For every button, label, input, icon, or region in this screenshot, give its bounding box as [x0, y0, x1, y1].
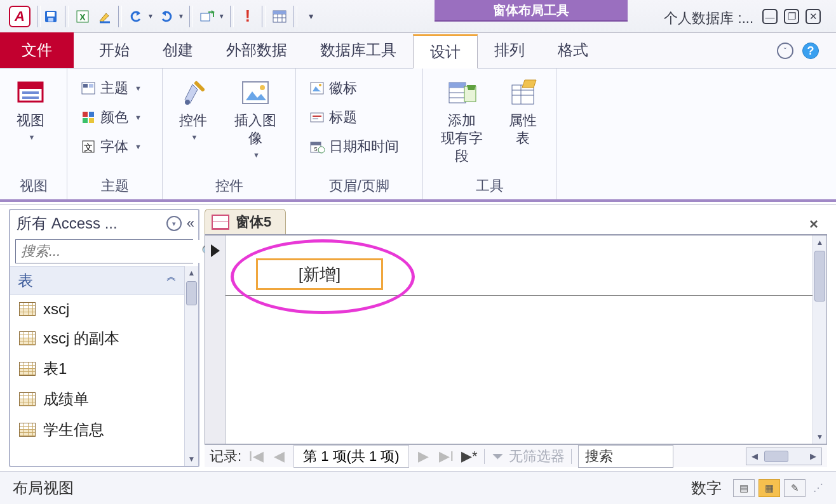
nav-search-input[interactable] — [16, 240, 201, 263]
nav-dropdown-icon[interactable]: ▾ — [166, 216, 182, 231]
undo-icon[interactable] — [127, 8, 145, 25]
qat-customize-icon[interactable]: ▼ — [302, 8, 320, 25]
sync-dropdown[interactable]: ▼ — [219, 13, 225, 20]
doc-tab-label: 窗体5 — [236, 213, 271, 232]
status-bar: 布局视图 数字 ▤ ▦ ✎ ⋰ — [0, 471, 836, 504]
svg-rect-16 — [273, 11, 286, 14]
svg-rect-48 — [449, 83, 466, 88]
nav-group-tables[interactable]: 表︽ — [10, 266, 184, 295]
nav-header[interactable]: 所有 Access ... ▾ « — [10, 210, 198, 237]
table-icon[interactable] — [271, 8, 288, 25]
app-button[interactable]: A — [9, 6, 30, 27]
horizontal-scrollbar[interactable]: ◀ ▶ — [746, 448, 822, 465]
record-search[interactable]: 搜索 — [578, 445, 673, 468]
new-record-field[interactable]: [新增] — [256, 258, 383, 290]
svg-rect-22 — [83, 84, 88, 88]
add-fields-button[interactable]: 添加 现有字段 — [433, 75, 491, 168]
fonts-button[interactable]: 文字体▼ — [78, 136, 144, 157]
save-icon[interactable] — [42, 8, 60, 25]
title-button[interactable]: 标题 — [306, 107, 360, 128]
scroll-up-icon[interactable]: ▲ — [185, 266, 198, 280]
redo-icon[interactable] — [158, 8, 175, 25]
sync-icon[interactable] — [198, 8, 216, 25]
database-title: 个人数据库 :... — [664, 9, 753, 28]
group-label-controls: 控件 — [163, 174, 295, 199]
excel-icon[interactable]: X — [74, 8, 91, 25]
svg-point-33 — [260, 85, 265, 90]
view-button[interactable]: 视图 ▼ — [10, 75, 51, 143]
nav-collapse-icon[interactable]: « — [187, 215, 192, 232]
scroll-down-icon[interactable]: ▼ — [185, 452, 198, 466]
restore-button[interactable]: ❐ — [784, 9, 799, 24]
svg-rect-18 — [18, 83, 43, 89]
tab-external[interactable]: 外部数据 — [210, 32, 304, 68]
layout-view-icon[interactable]: ▦ — [758, 479, 780, 497]
design-view-icon[interactable]: ✎ — [784, 479, 806, 497]
scroll-thumb[interactable] — [764, 451, 788, 462]
scroll-thumb[interactable] — [186, 281, 197, 305]
svg-rect-1 — [47, 12, 55, 17]
svg-marker-8 — [162, 11, 166, 16]
ribbon-collapse-icon[interactable]: ˇ — [776, 42, 794, 60]
nav-item-xscj-copy[interactable]: xscj 的副本 — [10, 323, 184, 354]
colors-button[interactable]: 颜色▼ — [78, 107, 144, 128]
tab-create[interactable]: 创建 — [146, 32, 210, 68]
scroll-up-icon[interactable]: ▲ — [813, 235, 826, 249]
ribbon: 视图 ▼ 视图 主题▼ 颜色▼ 文字体▼ 主题 控件▼ 插入图像▼ 控件 — [0, 69, 836, 202]
nav-item-xscj[interactable]: xscj — [10, 295, 184, 323]
tab-home[interactable]: 开始 — [83, 32, 146, 68]
record-selector[interactable] — [205, 235, 226, 444]
nav-item-studentinfo[interactable]: 学生信息 — [10, 414, 184, 445]
last-record-icon[interactable]: ▶I — [438, 448, 455, 465]
status-mode: 布局视图 — [13, 478, 74, 498]
svg-rect-9 — [201, 13, 210, 21]
record-navigator: 记录: I◀ ◀ 第 1 项(共 1 项) ▶ ▶I ▶* ⏷无筛选器 搜索 ◀… — [205, 444, 827, 467]
insert-image-button[interactable]: 插入图像▼ — [225, 75, 285, 161]
doc-close-icon[interactable]: × — [809, 215, 818, 233]
minimize-button[interactable]: — — [762, 9, 778, 24]
redo-dropdown[interactable]: ▼ — [178, 13, 184, 20]
new-record-icon[interactable]: ▶* — [461, 448, 478, 465]
svg-point-36 — [319, 84, 321, 86]
prev-record-icon[interactable]: ◀ — [271, 448, 287, 465]
logo-button[interactable]: 徽标 — [306, 77, 360, 99]
highlight-icon[interactable] — [95, 8, 113, 25]
tab-file[interactable]: 文件 — [0, 32, 74, 68]
ribbon-group-tools: 添加 现有字段 属性表 工具 — [423, 69, 556, 199]
close-button[interactable]: ✕ — [806, 9, 821, 24]
vertical-scrollbar[interactable]: ▲ ▼ — [812, 235, 826, 444]
form-view-icon[interactable]: ▤ — [733, 479, 755, 497]
svg-rect-37 — [311, 113, 323, 122]
record-counter[interactable]: 第 1 项(共 1 项) — [293, 445, 409, 468]
group-label-view: 视图 — [0, 174, 67, 199]
datetime-button[interactable]: 5日期和时间 — [306, 136, 401, 157]
doc-tab-form5[interactable]: 窗体5 — [205, 209, 286, 234]
filter-indicator[interactable]: ⏷无筛选器 — [491, 447, 565, 466]
tab-design[interactable]: 设计 — [413, 34, 478, 69]
scroll-left-icon[interactable]: ◀ — [746, 451, 763, 461]
tab-dbtools[interactable]: 数据库工具 — [304, 32, 413, 68]
themes-button[interactable]: 主题▼ — [78, 77, 144, 99]
scroll-thumb[interactable] — [814, 251, 825, 302]
svg-marker-50 — [467, 85, 476, 90]
scroll-down-icon[interactable]: ▼ — [813, 430, 826, 444]
resize-grip-icon[interactable]: ⋰ — [813, 482, 823, 494]
undo-dropdown[interactable]: ▼ — [147, 13, 154, 20]
tab-format[interactable]: 格式 — [541, 32, 605, 68]
warn-icon[interactable]: ! — [239, 8, 257, 25]
nav-scrollbar[interactable]: ▲ ▼ — [184, 266, 198, 466]
nav-item-table1[interactable]: 表1 — [10, 354, 184, 384]
form-canvas[interactable]: [新增] — [226, 235, 812, 444]
tab-arrange[interactable]: 排列 — [478, 32, 541, 68]
table-icon — [19, 362, 36, 376]
ribbon-group-view: 视图 ▼ 视图 — [0, 69, 67, 199]
nav-item-grades[interactable]: 成绩单 — [10, 384, 184, 414]
next-record-icon[interactable]: ▶ — [415, 448, 432, 465]
help-icon[interactable]: ? — [802, 42, 819, 60]
quick-access-toolbar: X ▼ ▼ ▼ ! ▼ — [42, 6, 320, 27]
property-sheet-button[interactable]: 属性表 — [500, 75, 546, 150]
first-record-icon[interactable]: I◀ — [248, 448, 264, 465]
controls-button[interactable]: 控件▼ — [173, 75, 213, 143]
title-bar: A X ▼ ▼ ▼ ! ▼ 窗体布局工具 个人数据库 :... — ❐ ✕ — [0, 0, 836, 33]
scroll-right-icon[interactable]: ▶ — [805, 451, 821, 461]
